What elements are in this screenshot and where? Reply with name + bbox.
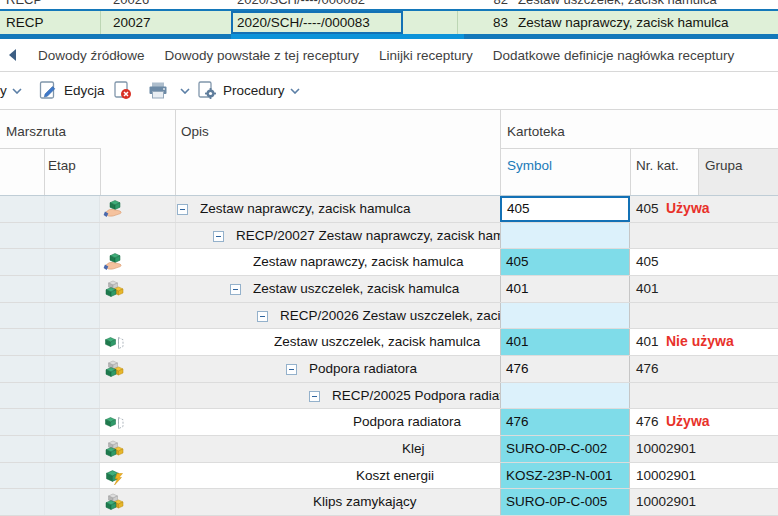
product-hand-icon xyxy=(103,198,125,220)
product-hand-icon xyxy=(103,251,125,273)
symbol-cell[interactable]: 405 xyxy=(500,249,630,275)
column-divider xyxy=(175,110,176,195)
symbol-cell-selected[interactable]: 405 xyxy=(500,196,630,222)
symbol-cell[interactable]: SURO-0P-C-005 xyxy=(500,489,630,515)
collapse-toggle-icon[interactable] xyxy=(286,364,297,375)
marszruta-etap-cells xyxy=(0,303,100,329)
nr-kat-cell: 10002901 xyxy=(636,463,696,488)
column-divider xyxy=(500,110,501,195)
edit-button-label: Edycja xyxy=(64,83,105,98)
cell-divider xyxy=(100,11,101,34)
doc-id: 2020/SCH/----/000082 xyxy=(237,0,365,7)
chevron-down-icon xyxy=(12,88,22,94)
column-header-marszruta[interactable]: Marszruta xyxy=(6,124,66,139)
energy-cube-icon xyxy=(103,465,125,487)
table-row[interactable]: Zestaw uszczelek, zacisk hamulca401401Ni… xyxy=(0,329,778,356)
doc-name: Zestaw naprawczy, zacisk hamulca xyxy=(518,11,729,34)
table-row[interactable]: Klips zamykającySURO-0P-C-00510002901 xyxy=(0,489,778,516)
symbol-cell[interactable] xyxy=(500,223,630,249)
cubes-icon xyxy=(103,491,125,513)
procedures-button[interactable]: Procedury xyxy=(196,72,300,109)
opis-cell: RECP/20027 Zestaw naprawczy, zacisk hamu… xyxy=(236,223,500,249)
nr-kat-cell: 476 xyxy=(636,356,659,381)
doc-number: 20026 xyxy=(113,0,149,7)
collapse-toggle-icon[interactable] xyxy=(213,231,224,242)
opis-cell: Zestaw naprawczy, zacisk hamulca xyxy=(253,249,500,275)
opis-cell: Klej xyxy=(402,436,500,462)
column-header-nr-kat[interactable]: Nr. kat. xyxy=(636,158,679,173)
usage-annotation: Używa xyxy=(666,409,710,434)
symbol-cell[interactable] xyxy=(500,303,630,329)
delete-document-icon xyxy=(112,80,133,101)
nr-kat-cell: 10002901 xyxy=(636,489,696,514)
cubes-icon xyxy=(103,278,125,300)
collapse-toggle-icon[interactable] xyxy=(177,204,188,215)
header-group-underline xyxy=(0,148,100,149)
opis-cell: Zestaw uszczelek, zacisk hamulca xyxy=(274,329,500,355)
tab-linijki-receptury[interactable]: Linijki receptury xyxy=(379,48,473,63)
edit-button[interactable]: Edycja xyxy=(38,72,105,109)
marszruta-etap-cells xyxy=(0,276,100,302)
collapse-toggle-icon[interactable] xyxy=(309,391,320,402)
back-arrow-icon[interactable] xyxy=(7,48,18,62)
doc-name: Zestaw uszczelek, zacisk hamulca xyxy=(518,0,717,7)
table-row[interactable]: RECP/20026 Zestaw uszczelek, zacisk hamu… xyxy=(0,303,778,330)
doc-ident: 82 xyxy=(460,0,508,7)
doc-type: RECP xyxy=(6,11,44,34)
toolbar-clipped-button[interactable]: y xyxy=(0,72,22,109)
marszruta-etap-cells xyxy=(0,489,100,515)
table-row[interactable]: Koszt energiiKOSZ-23P-N-00110002901 xyxy=(0,463,778,490)
nr-kat-cell: 405 xyxy=(636,196,659,221)
marszruta-etap-cells xyxy=(0,223,100,249)
nr-kat-cell: 405 xyxy=(636,249,659,274)
symbol-cell[interactable]: KOSZ-23P-N-001 xyxy=(500,463,630,489)
table-row[interactable]: RECP/20027 Zestaw naprawczy, zacisk hamu… xyxy=(0,223,778,250)
tab-dodatkowe-definicje[interactable]: Dodatkowe definicje nagłówka receptury xyxy=(493,48,735,63)
edit-pencil-icon xyxy=(38,80,59,101)
table-row[interactable]: Podpora radiatora476476 xyxy=(0,356,778,383)
cell-divider xyxy=(457,11,458,34)
tab-dowody-zrodlowe[interactable]: Dowody źródłowe xyxy=(38,48,145,63)
tab-bar: Dowody źródłowe Dowody powstałe z tej re… xyxy=(0,39,778,72)
table-row[interactable]: Zestaw naprawczy, zacisk hamulca405405Uż… xyxy=(0,196,778,223)
doc-type: RECP xyxy=(6,0,42,7)
opis-cell: Zestaw uszczelek, zacisk hamulca xyxy=(253,276,500,302)
table-row[interactable]: KlejSURO-0P-C-00210002901 xyxy=(0,436,778,463)
document-row-clipped[interactable]: RECP 20026 2020/SCH/----/000082 82 Zesta… xyxy=(0,0,778,9)
opis-cell: Podpora radiatora xyxy=(309,356,500,382)
table-row[interactable]: Zestaw naprawczy, zacisk hamulca405405 xyxy=(0,249,778,276)
procedures-button-label: Procedury xyxy=(223,83,285,98)
print-button[interactable] xyxy=(147,72,190,109)
column-header-grupa[interactable]: Grupa xyxy=(705,158,743,173)
symbol-cell[interactable]: 401 xyxy=(500,329,630,355)
marszruta-etap-cells xyxy=(0,196,100,222)
delete-button[interactable] xyxy=(112,72,133,109)
column-header-kartoteka[interactable]: Kartoteka xyxy=(507,124,565,139)
column-divider xyxy=(100,148,101,195)
doc-number: 20027 xyxy=(113,11,151,34)
usage-annotation: Nie używa xyxy=(666,329,734,354)
collapse-toggle-icon[interactable] xyxy=(257,311,268,322)
tab-dowody-powstale[interactable]: Dowody powstałe z tej receptury xyxy=(165,48,359,63)
symbol-cell[interactable] xyxy=(500,383,630,409)
symbol-cell[interactable]: SURO-0P-C-002 xyxy=(500,436,630,462)
column-header-opis[interactable]: Opis xyxy=(181,124,209,139)
nr-kat-cell: 10002901 xyxy=(636,436,696,461)
collapse-toggle-icon[interactable] xyxy=(230,284,241,295)
symbol-cell[interactable]: 401 xyxy=(500,276,630,302)
focused-cell[interactable]: 2020/SCH/----/000083 xyxy=(231,11,403,34)
table-row[interactable]: RECP/20025 Podpora radiatora xyxy=(0,383,778,410)
doc-id: 2020/SCH/----/000083 xyxy=(237,13,370,32)
document-row-active[interactable]: RECP 20027 2020/SCH/----/000083 83 Zesta… xyxy=(0,9,778,34)
symbol-cell[interactable]: 476 xyxy=(500,356,630,382)
table-header: Marszruta Etap Opis Kartoteka Symbol Nr.… xyxy=(0,110,778,196)
symbol-cell[interactable]: 476 xyxy=(500,409,630,435)
marszruta-etap-cells xyxy=(0,436,100,462)
column-header-etap[interactable]: Etap xyxy=(48,158,76,173)
opis-cell: RECP/20025 Podpora radiatora xyxy=(332,383,500,409)
column-divider xyxy=(630,148,631,195)
column-header-symbol[interactable]: Symbol xyxy=(507,158,552,173)
app-window: RECP 20026 2020/SCH/----/000082 82 Zesta… xyxy=(0,0,778,516)
table-row[interactable]: Podpora radiatora476476Używa xyxy=(0,409,778,436)
table-row[interactable]: Zestaw uszczelek, zacisk hamulca401401 xyxy=(0,276,778,303)
